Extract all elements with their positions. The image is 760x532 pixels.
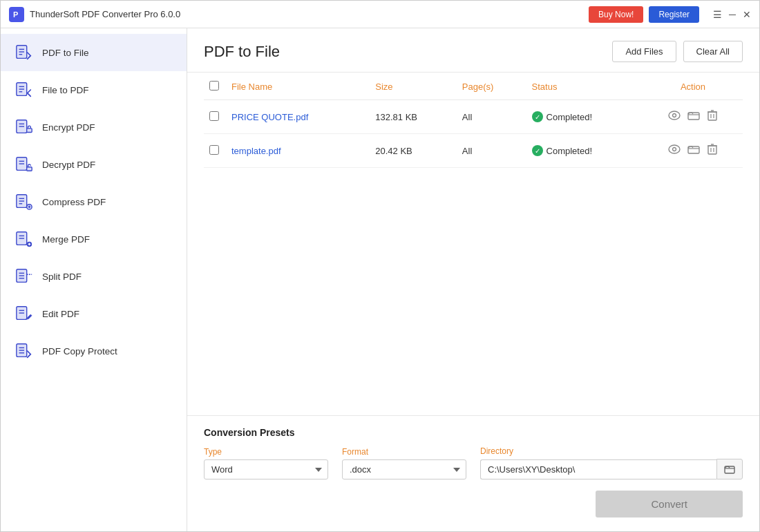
svg-rect-53 [688,146,699,153]
sidebar-item-label-compress-pdf: Compress PDF [42,197,106,207]
row-pages-0: All [457,100,526,134]
col-header-status: Status [526,73,643,100]
folder-icon-0[interactable] [687,110,700,124]
svg-point-43 [669,111,680,120]
view-icon-1[interactable] [668,144,681,157]
folder-icon-1[interactable] [687,144,700,158]
row-filename-0: PRICE QUOTE.pdf [226,100,370,134]
pdf-to-file-icon [15,43,34,62]
format-label: Format [342,447,466,457]
pdf-copy-protect-icon [15,341,34,361]
minimize-button[interactable]: ─ [729,10,736,19]
col-header-action: Action [643,73,743,100]
title-bar: P ThunderSoft PDF Converter Pro 6.0.0 Bu… [1,1,759,28]
svg-point-51 [669,145,680,153]
close-button[interactable]: ✕ [743,10,751,19]
row-checkbox-1[interactable] [209,145,219,155]
sidebar-item-compress-pdf[interactable]: Compress PDF [1,183,187,220]
file-table-area: File Name Size Page(s) Status Action PRI… [187,73,759,415]
row-size-0: 132.81 KB [370,100,457,134]
sidebar-item-edit-pdf[interactable]: Edit PDF [1,295,187,332]
format-field: Format .docx .doc .rtf .txt [342,447,466,479]
view-icon-0[interactable] [668,111,681,123]
menu-button[interactable]: ☰ [713,10,722,19]
status-text-0: Completed! [547,112,592,122]
sidebar-item-label-edit-pdf: Edit PDF [42,309,79,319]
sidebar-item-decrypt-pdf[interactable]: Decrypt PDF [1,146,187,183]
directory-label: Directory [480,446,743,456]
sidebar-item-label-file-to-pdf: File to PDF [42,85,89,95]
sidebar-item-label-decrypt-pdf: Decrypt PDF [42,160,95,170]
delete-icon-0[interactable] [707,109,718,124]
conversion-presets-title: Conversion Presets [204,427,743,438]
decrypt-pdf-icon [15,155,34,174]
sidebar-item-split-pdf[interactable]: Split PDF [1,258,187,295]
merge-pdf-icon [15,229,34,249]
sidebar-item-label-split-pdf: Split PDF [42,272,82,282]
status-completed-icon-0: ✓ [532,111,543,122]
file-table: File Name Size Page(s) Status Action PRI… [204,73,743,168]
row-checkbox-0[interactable] [209,111,219,121]
encrypt-pdf-icon [15,117,34,137]
window-controls: ☰ ─ ✕ [713,10,751,19]
sidebar-item-label-merge-pdf: Merge PDF [42,234,90,245]
sidebar-item-label-pdf-copy-protect: PDF Copy Protect [42,346,117,357]
type-field: Type Word Excel PowerPoint Image Text HT… [204,447,328,479]
svg-point-52 [672,148,676,151]
split-pdf-icon [15,267,34,286]
buy-now-button[interactable]: Buy Now! [589,6,643,23]
compress-pdf-icon [15,192,34,211]
format-select[interactable]: .docx .doc .rtf .txt [342,459,466,479]
svg-rect-45 [688,113,699,120]
app-window: P ThunderSoft PDF Converter Pro 6.0.0 Bu… [0,0,760,532]
convert-button[interactable]: Convert [596,491,743,517]
row-pages-1: All [457,134,526,168]
svg-point-44 [672,114,676,117]
clear-all-button[interactable]: Clear All [683,41,743,62]
col-header-pages: Page(s) [457,73,526,100]
sidebar-item-encrypt-pdf[interactable]: Encrypt PDF [1,108,187,146]
register-button[interactable]: Register [649,6,699,23]
status-completed-icon-1: ✓ [532,145,543,156]
row-size-1: 20.42 KB [370,134,457,168]
title-bar-actions: Buy Now! Register ☰ ─ ✕ [589,6,751,23]
sidebar-item-pdf-copy-protect[interactable]: PDF Copy Protect [1,332,187,370]
sidebar-item-file-to-pdf[interactable]: File to PDF [1,71,187,108]
table-row: PRICE QUOTE.pdf 132.81 KB All ✓ Complete… [204,100,743,134]
directory-browse-button[interactable] [716,459,743,479]
header-buttons: Add Files Clear All [612,41,743,62]
sidebar-item-label-encrypt-pdf: Encrypt PDF [42,122,95,133]
svg-rect-54 [708,146,716,154]
sidebar: PDF to File File to PDF [1,28,187,531]
edit-pdf-icon [15,304,34,323]
svg-text:P: P [13,10,18,19]
status-text-1: Completed! [547,146,592,156]
directory-row [480,459,743,479]
presets-row: Type Word Excel PowerPoint Image Text HT… [204,446,743,479]
select-all-checkbox[interactable] [209,81,219,91]
app-title: ThunderSoft PDF Converter Pro 6.0.0 [30,9,589,19]
directory-input[interactable] [480,459,716,479]
row-status-0: ✓ Completed! [526,100,643,134]
svg-rect-17 [27,167,32,171]
add-files-button[interactable]: Add Files [612,41,676,62]
delete-icon-1[interactable] [707,143,718,158]
app-logo: P [9,7,24,22]
row-actions-0 [643,100,743,134]
row-status-1: ✓ Completed! [526,134,643,168]
convert-row: Convert [204,491,743,517]
content-area: PDF to File Add Files Clear All File Nam… [187,28,759,531]
type-label: Type [204,447,328,457]
main-layout: PDF to File File to PDF [1,28,759,531]
type-select[interactable]: Word Excel PowerPoint Image Text HTML [204,459,328,479]
sidebar-item-label-pdf-to-file: PDF to File [42,48,89,58]
svg-rect-46 [708,112,716,120]
page-title: PDF to File [204,43,280,61]
file-to-pdf-icon [15,80,34,99]
sidebar-item-pdf-to-file[interactable]: PDF to File [1,34,187,71]
content-header: PDF to File Add Files Clear All [187,28,759,73]
row-filename-1: template.pdf [226,134,370,168]
sidebar-item-merge-pdf[interactable]: Merge PDF [1,220,187,258]
col-header-size: Size [370,73,457,100]
row-actions-1 [643,134,743,168]
